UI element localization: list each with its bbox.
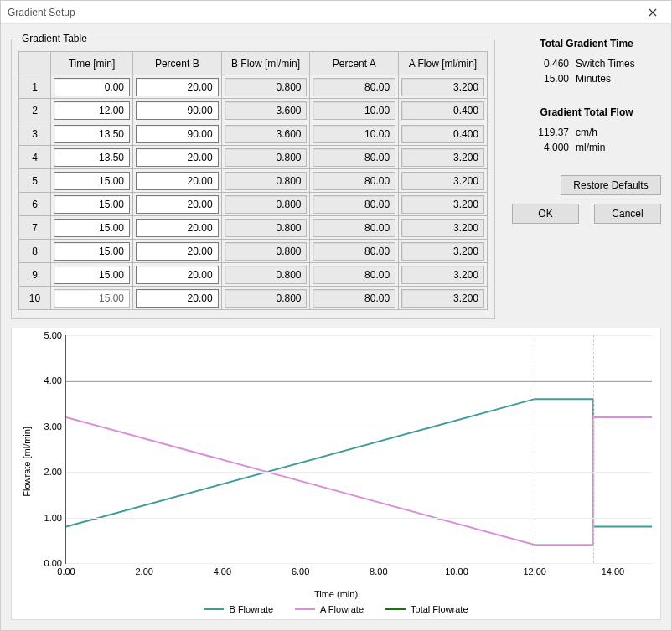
row-number: 2 [19,99,51,122]
ok-button[interactable]: OK [512,204,579,224]
table-row: 10 [19,287,488,310]
side-buttons: Restore Defaults OK Cancel [512,175,661,224]
table-row: 8 [19,240,488,263]
time-input[interactable] [54,148,130,167]
legend-item: A Flowrate [295,604,364,614]
pctA-input [313,289,395,308]
legend-swatch [204,608,224,610]
chart-ylabel: Flowrate [ml/min] [20,427,34,497]
table-row: 3 [19,122,488,146]
table-row: 6 [19,193,488,216]
gradient-table-fieldset: Gradient Table Time [min] Percent B B Fl… [11,33,495,319]
chart-xaxis: 0.002.004.006.008.0010.0012.0014.00 [66,563,652,587]
time-input[interactable] [54,125,130,143]
chart-xlabel: Time (min) [20,587,652,599]
col-pcta: Percent A [310,52,399,75]
bflow-input [225,148,308,167]
cancel-button[interactable]: Cancel [594,204,661,224]
pctB-input[interactable] [136,289,219,308]
pctB-input[interactable] [136,266,219,284]
pctA-input [313,125,395,143]
x-tick: 6.00 [292,566,309,577]
x-tick: 4.00 [214,566,231,577]
gradient-table-legend: Gradient Table [18,33,90,44]
x-tick: 8.00 [370,566,387,577]
window-title: Gradient Setup [8,7,75,18]
pctA-input [313,242,395,261]
bflow-input [225,101,308,120]
pctB-input[interactable] [136,101,219,120]
legend-swatch [295,608,315,610]
time-input[interactable] [54,195,130,214]
pctB-input[interactable] [136,219,219,237]
legend-label: Total Flowrate [411,604,468,614]
row-number: 9 [19,263,51,287]
aflow-input [401,78,484,96]
series-a-flowrate [66,417,652,545]
row-number: 8 [19,240,51,263]
cmh-label: cm/h [576,127,597,138]
time-input [54,289,130,308]
top-row: Gradient Table Time [min] Percent B B Fl… [11,33,661,319]
content: Gradient Table Time [min] Percent B B Fl… [1,24,671,630]
series-b-flowrate [66,399,652,526]
legend-item: B Flowrate [204,604,273,614]
total-gradient-time-block: Total Gradient Time 0.460 Switch Times 1… [512,38,661,85]
y-tick: 4.00 [44,375,62,385]
table-row: 4 [19,146,488,169]
close-button[interactable] [633,1,671,24]
time-input[interactable] [54,219,130,237]
y-tick: 3.00 [44,422,62,432]
pctA-input [313,266,395,284]
restore-defaults-button[interactable]: Restore Defaults [561,175,661,195]
pctB-input[interactable] [136,125,219,143]
pctA-input [313,101,395,120]
pctA-input [313,172,395,190]
time-input[interactable] [54,266,130,284]
table-row: 1 [19,75,488,99]
switch-times-label: Switch Times [576,58,635,70]
x-tick: 12.00 [523,566,546,577]
minutes-value: 15.00 [527,73,569,85]
close-icon [649,8,657,17]
pctA-input [313,195,395,214]
pctB-input[interactable] [136,195,219,214]
aflow-input [401,266,484,284]
legend-label: A Flowrate [320,604,364,614]
bflow-input [225,266,308,284]
aflow-input [401,172,484,190]
total-gradient-time-title: Total Gradient Time [512,38,661,49]
bflow-input [225,242,308,261]
x-tick: 0.00 [57,566,75,577]
gradient-total-flow-block: Gradient Total Flow 119.37 cm/h 4.000 ml… [512,106,661,153]
time-input[interactable] [54,101,130,120]
row-number: 3 [19,122,51,146]
gradient-total-flow-title: Gradient Total Flow [512,106,661,118]
bflow-input [225,289,308,308]
chart-area: Flowrate [ml/min] 0.001.002.003.004.005.… [11,328,661,620]
time-input[interactable] [54,172,130,190]
chart-plot: 0.002.004.006.008.0010.0012.0014.00 [65,335,652,564]
aflow-input [401,125,484,143]
pctB-input[interactable] [136,172,219,190]
mlmin-label: ml/min [576,142,605,153]
row-number: 10 [19,287,51,310]
pctB-input[interactable] [136,148,219,167]
time-input[interactable] [54,242,130,261]
titlebar: Gradient Setup [1,1,671,24]
time-input[interactable] [54,78,130,96]
col-time: Time [min] [51,52,133,75]
pctA-input [313,148,395,167]
minutes-label: Minutes [576,73,611,85]
table-row: 7 [19,216,488,240]
row-number: 1 [19,75,51,99]
legend-label: B Flowrate [229,604,273,614]
aflow-input [401,219,484,237]
switch-times-value: 0.460 [527,58,569,70]
pctB-input[interactable] [136,78,219,96]
summary-panel: Total Gradient Time 0.460 Switch Times 1… [512,33,661,224]
y-tick: 5.00 [44,330,62,340]
col-pctb: Percent B [133,52,222,75]
aflow-input [401,101,484,120]
pctB-input[interactable] [136,242,219,261]
